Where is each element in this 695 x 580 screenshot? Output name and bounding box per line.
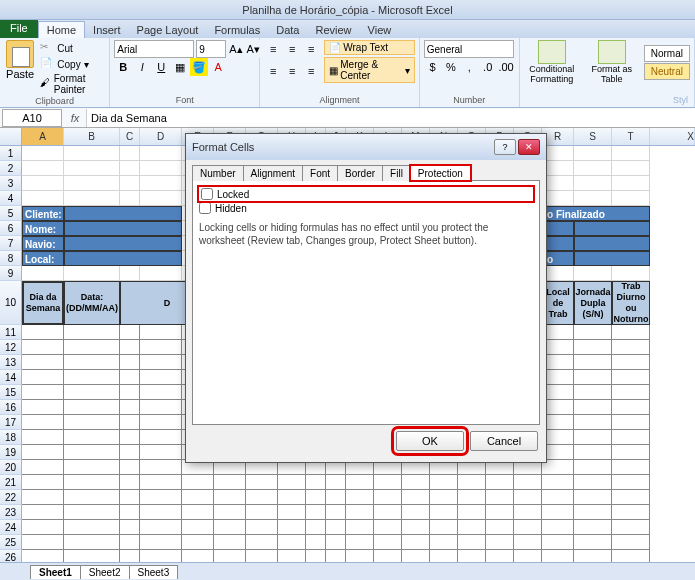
cell[interactable] [64, 370, 120, 385]
cell[interactable] [140, 340, 182, 355]
cell[interactable] [542, 505, 574, 520]
fill-color-button[interactable]: 🪣 [190, 58, 208, 76]
cell[interactable] [514, 490, 542, 505]
cell[interactable] [574, 236, 650, 251]
row-header[interactable]: 1 [0, 146, 22, 161]
cell[interactable] [22, 535, 64, 550]
cell[interactable] [514, 475, 542, 490]
cell[interactable] [120, 430, 140, 445]
cell[interactable] [612, 266, 650, 281]
row-header[interactable]: 10 [0, 281, 22, 325]
cell[interactable] [346, 520, 374, 535]
cell[interactable] [64, 355, 120, 370]
cell[interactable] [306, 505, 326, 520]
row-header[interactable]: 3 [0, 176, 22, 191]
cell[interactable] [22, 445, 64, 460]
row-header[interactable]: 20 [0, 460, 22, 475]
row-header[interactable]: 21 [0, 475, 22, 490]
cell[interactable] [140, 505, 182, 520]
paste-button[interactable]: Paste [4, 40, 36, 96]
cell[interactable] [612, 415, 650, 430]
cell[interactable] [64, 400, 120, 415]
cell[interactable] [22, 266, 64, 281]
row-header[interactable]: 24 [0, 520, 22, 535]
cell[interactable] [214, 505, 246, 520]
cell[interactable] [22, 355, 64, 370]
cell[interactable] [402, 490, 430, 505]
cell[interactable] [574, 191, 612, 206]
cell[interactable] [120, 490, 140, 505]
cell[interactable] [246, 490, 278, 505]
row-header[interactable]: 22 [0, 490, 22, 505]
cell[interactable]: Data: (DD/MM/AA) [64, 281, 120, 325]
cell[interactable]: Local: [22, 251, 64, 266]
cell[interactable] [514, 520, 542, 535]
help-button[interactable]: ? [494, 139, 516, 155]
cell[interactable] [120, 325, 140, 340]
cell[interactable] [182, 535, 214, 550]
cell[interactable] [574, 400, 612, 415]
font-size-select[interactable] [196, 40, 226, 58]
cell[interactable] [22, 370, 64, 385]
cell[interactable] [140, 520, 182, 535]
cell[interactable] [612, 340, 650, 355]
cell[interactable] [22, 161, 64, 176]
cell[interactable] [64, 236, 182, 251]
row-header[interactable]: 4 [0, 191, 22, 206]
cell[interactable] [120, 460, 140, 475]
cell[interactable] [278, 520, 306, 535]
row-header[interactable]: 7 [0, 236, 22, 251]
fx-icon[interactable]: fx [64, 112, 86, 124]
cell[interactable] [140, 415, 182, 430]
cell[interactable] [458, 475, 486, 490]
cell[interactable] [458, 535, 486, 550]
align-center-button[interactable]: ≡ [283, 62, 301, 80]
cell[interactable] [326, 505, 346, 520]
cell[interactable] [120, 266, 140, 281]
cell[interactable] [430, 475, 458, 490]
formula-input[interactable] [86, 109, 695, 127]
align-top-button[interactable]: ≡ [264, 40, 282, 58]
shrink-font-button[interactable]: A▾ [246, 40, 261, 58]
font-name-select[interactable] [114, 40, 194, 58]
cell[interactable] [120, 191, 140, 206]
col-B[interactable]: B [64, 128, 120, 145]
cell[interactable] [22, 490, 64, 505]
cell[interactable] [612, 445, 650, 460]
cell[interactable] [64, 505, 120, 520]
cell[interactable] [64, 340, 120, 355]
row-header[interactable]: 25 [0, 535, 22, 550]
cell[interactable] [246, 520, 278, 535]
row-header[interactable]: 18 [0, 430, 22, 445]
cell[interactable] [64, 325, 120, 340]
cell[interactable] [458, 490, 486, 505]
decrease-decimal-button[interactable]: .00 [497, 58, 514, 76]
cell[interactable] [22, 385, 64, 400]
cell[interactable] [486, 520, 514, 535]
cell[interactable] [120, 400, 140, 415]
cell[interactable] [612, 146, 650, 161]
cell[interactable] [140, 370, 182, 385]
cell[interactable] [182, 475, 214, 490]
cell[interactable] [374, 535, 402, 550]
row-header[interactable]: 12 [0, 340, 22, 355]
cell[interactable] [612, 490, 650, 505]
cell[interactable] [64, 475, 120, 490]
cell[interactable] [64, 146, 120, 161]
cell[interactable] [246, 505, 278, 520]
cell[interactable] [120, 161, 140, 176]
format-as-table-button[interactable]: Format as Table [584, 40, 640, 84]
cell[interactable] [326, 490, 346, 505]
dlg-tab-fill[interactable]: Fill [382, 165, 411, 181]
wrap-text-button[interactable]: 📄 Wrap Text [324, 40, 414, 55]
cell[interactable] [64, 266, 120, 281]
cell[interactable] [140, 385, 182, 400]
cell[interactable] [402, 535, 430, 550]
align-right-button[interactable]: ≡ [302, 62, 320, 80]
locked-checkbox[interactable] [201, 188, 213, 200]
cell[interactable] [120, 355, 140, 370]
cell[interactable] [140, 400, 182, 415]
cell[interactable] [612, 176, 650, 191]
cell[interactable] [140, 445, 182, 460]
row-header[interactable]: 14 [0, 370, 22, 385]
